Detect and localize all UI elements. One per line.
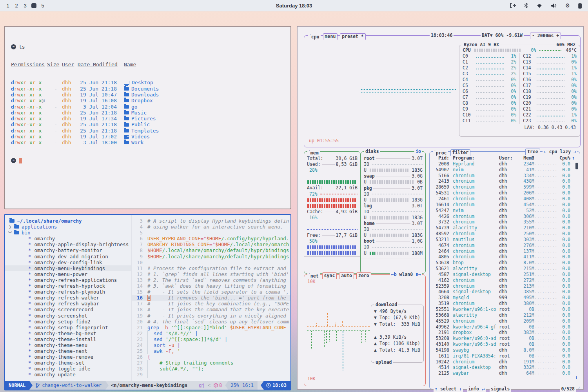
process-row[interactable]: 4805chromiumdhh411M.........0.0 — [430, 254, 580, 260]
process-row[interactable]: 2008Hyprlanddhh234M.........0.0 — [430, 161, 580, 167]
process-row[interactable]: 45529chromiumdhh209M.........0.0 — [430, 318, 580, 324]
process-row[interactable]: 4426chromiumdhh306M.........0.0 — [430, 214, 580, 220]
select-buttons[interactable]: ↑ select ↓ — [434, 386, 463, 392]
process-row[interactable]: 5166chromiumdhh334M.........0.0 — [430, 173, 580, 179]
filter-button[interactable]: filter — [450, 149, 471, 156]
tree-item-omarchy-menu-power[interactable]: *omarchy-menu-power — [5, 271, 131, 277]
menu-button[interactable]: menu — [323, 33, 338, 40]
code-line: 7OMARCHY_BINDINGS_CONF="$HOME/.local/sha… — [132, 241, 290, 247]
process-row[interactable]: 3732chromiumdhh355M.........0.0 — [430, 219, 580, 225]
process-row[interactable]: 2461chromiumdhh408M.........0.0 — [430, 196, 580, 202]
code-line: 27 # Strip trailing comments — [132, 360, 290, 366]
tree-item-applications[interactable]: ❯applications — [5, 224, 131, 230]
folder-icon — [124, 129, 129, 132]
process-row[interactable]: 53638btopdhh8.0M.........0.0 — [430, 260, 580, 266]
process-row[interactable]: 54531chromiumdhh206M.........0.0 — [430, 190, 580, 196]
tree-item-omarchy-update[interactable]: *omarchy-update — [5, 372, 131, 377]
code-line: 9$HOME/.local/share/omarchy/default/hypr… — [132, 254, 290, 260]
logout-icon[interactable] — [510, 3, 516, 8]
tree-item-omarchy-theme-next[interactable]: *omarchy-theme-next — [5, 348, 131, 354]
tree-item-omarchy-screenshot[interactable]: *omarchy-screenshot — [5, 313, 131, 319]
process-row[interactable]: 1611irq/81-PIXA3854:root0B.........0.0 — [430, 353, 580, 359]
tree-item-omarchy-refresh-hyprlock[interactable]: *omarchy-refresh-hyprlock — [5, 283, 131, 289]
volume-icon[interactable] — [551, 3, 557, 8]
git-branch-segment[interactable]: change-wofi-to-walker — [29, 381, 105, 390]
process-row[interactable]: 52359chromiumdhh213M.........0.0 — [430, 283, 580, 289]
code-line: 14# 3. `awk` does the heavy lifting of f… — [132, 283, 290, 289]
tree-item-omarchy-refresh-plymouth[interactable]: *omarchy-refresh-plymouth — [5, 289, 131, 295]
process-row[interactable]: 52551kworker/u96:1-coroot0B.........0.0 — [430, 307, 580, 312]
tree-item-omarchy[interactable]: *omarchy — [5, 236, 131, 241]
update-interval[interactable]: - 2000ms + — [530, 33, 561, 39]
process-row[interactable]: 16614chromiumdhh454M.........0.0 — [430, 202, 580, 208]
tree-item-bin[interactable]: ❯bin — [5, 230, 131, 236]
tree-item-omarchy-theme-set[interactable]: *omarchy-theme-set — [5, 360, 131, 366]
tree-item-omarchy-dev-config-link[interactable]: *omarchy-dev-config-link — [5, 260, 131, 265]
process-row[interactable]: 28659chromiumdhh599M.........0.0 — [430, 184, 580, 190]
tree-item-omarchy-theme-remove[interactable]: *omarchy-theme-remove — [5, 354, 131, 360]
process-row[interactable]: 53668alacrittydhh212M.........0.0 — [430, 312, 580, 318]
tree-item-omarchy-setup-fingerprint[interactable]: *omarchy-setup-fingerprint — [5, 325, 131, 330]
tree-item-omarchy-dev-add-migration[interactable]: *omarchy-dev-add-migration — [5, 254, 131, 260]
battery-icon[interactable] — [578, 3, 582, 9]
io-mode-button[interactable]: io — [414, 149, 422, 154]
process-row[interactable]: 53621alacrittydhh215M.........0.0 — [430, 266, 580, 272]
signals-button[interactable]: signals — [490, 386, 511, 392]
process-row[interactable]: 10242chromiumdhh191M.........0.0 — [430, 359, 580, 365]
tree-item-omarchy-theme-bg-next[interactable]: *omarchy-theme-bg-next — [5, 330, 131, 336]
settings-icon[interactable]: ⚙ — [565, 3, 570, 8]
process-row[interactable]: 2125waybardhh64M.........0.0 — [430, 370, 580, 376]
cpu-box-title: ˈcpu — [308, 33, 321, 40]
process-row[interactable]: 4587signal-desktopdhh251M.........0.0 — [430, 272, 580, 278]
process-row[interactable]: 49962kworker/u96:4-gfroot0B.........0.0 — [430, 324, 580, 330]
process-row[interactable]: 4162chromiumdhh272M.........0.0 — [430, 278, 580, 283]
sort-selector[interactable]: ← cpu lazy → — [543, 149, 577, 155]
code-line: 20# 4. The final `sed` cleans up any lef… — [132, 319, 290, 325]
tree-item-omarchy-screenrecord[interactable]: *omarchy-screenrecord — [5, 307, 131, 312]
scroll-down-arrow[interactable]: ↓ — [575, 374, 578, 380]
process-row[interactable]: 54907nvimdhh41M.........0.0 — [430, 167, 580, 173]
process-row[interactable]: 3519chromiumdhh380M.........0.0 — [430, 301, 580, 307]
process-row[interactable]: 48592chromiumdhh250M.........0.0 — [430, 231, 580, 237]
process-row[interactable]: 4514signal-desktopdhh332M.........0.0 — [430, 365, 580, 371]
process-row[interactable]: 2191dropboxdhh383M.........0.0 — [430, 330, 580, 336]
process-row[interactable]: 54247nvimdhh52M.........0.0 — [430, 208, 580, 214]
process-row[interactable]: 2464chromiumdhh137M.........0.0 — [430, 249, 580, 254]
tree-root[interactable]: ~/.local/share/omarchy — [5, 218, 131, 224]
process-row[interactable]: 4664signal-desktopdhh385M.........0.0 — [430, 289, 580, 295]
tree-item-omarchy-apple-display-brightness[interactable]: *omarchy-apple-display-brightness — [5, 241, 131, 247]
system-tray: ⚙ — [510, 3, 588, 9]
sort-direction-arrow[interactable]: ↑ — [570, 155, 575, 161]
tree-item-omarchy-battery-monitor[interactable]: *omarchy-battery-monitor — [5, 247, 131, 253]
net-sync-button[interactable]: sync — [322, 272, 337, 279]
process-row[interactable]: 53211nautilusdhh303M.........0.0 — [430, 237, 580, 243]
tree-item-omarchy-refresh-walker[interactable]: *omarchy-refresh-walker — [5, 295, 131, 301]
process-row[interactable]: 53208kworker/u96:0-sdroot0B.........0.0 — [430, 336, 580, 341]
process-row[interactable]: 43140kworker/u96:3-sdroot0B.........0.0 — [430, 341, 580, 347]
tree-item-omarchy-refresh-waybar[interactable]: *omarchy-refresh-waybar — [5, 301, 131, 307]
net-interface-switcher[interactable]: ←b wlan0 n→ — [390, 272, 422, 278]
tree-item-omarchy-refresh-applications[interactable]: *omarchy-refresh-applications — [5, 277, 131, 283]
process-row[interactable]: 2413chromiumdhh438M.........0.0 — [430, 179, 580, 185]
process-row[interactable]: 54739alacrittydhh210M.........0.0 — [430, 225, 580, 231]
cpu-usage-graph — [361, 89, 456, 93]
code-editor[interactable]: 3# A script to display Hyprland keybindi… — [131, 215, 290, 381]
process-row[interactable]: 54198swaybgdhh8.0M.........0.0 — [430, 347, 580, 353]
net-auto-button[interactable]: auto — [339, 272, 354, 279]
bluetooth-icon[interactable] — [524, 3, 528, 8]
tree-item-omarchy-toggle-idle[interactable]: *omarchy-toggle-idle — [5, 366, 131, 372]
proc-scrollbar[interactable] — [575, 163, 578, 169]
tree-button[interactable]: tree — [525, 149, 540, 155]
ls-row: drwxr-xr-x-dhh25 Jun 21:18Templates — [11, 128, 290, 134]
tree-item-omarchy-menu-keybindings[interactable]: *omarchy-menu-keybindings — [5, 265, 131, 271]
process-row[interactable]: 4674chromiumdhh276M.........0.0 — [430, 243, 580, 249]
wifi-icon[interactable] — [536, 3, 543, 8]
net-zero-button[interactable]: zero — [356, 272, 371, 279]
info-button[interactable]: info ↵ — [467, 386, 486, 392]
cpu-box: ˈcpu menu preset * 18:03:46 BAT▼ 60% -9.… — [304, 35, 581, 147]
process-row[interactable]: 3208mysqld999495M.........0.0 — [430, 295, 580, 301]
tree-item-omarchy-theme-menu[interactable]: *omarchy-theme-menu — [5, 342, 131, 348]
preset-button[interactable]: preset * — [340, 33, 365, 40]
tree-item-omarchy-theme-install[interactable]: *omarchy-theme-install — [5, 336, 131, 342]
tree-item-omarchy-setup-fido2[interactable]: *omarchy-setup-fido2 — [5, 319, 131, 325]
